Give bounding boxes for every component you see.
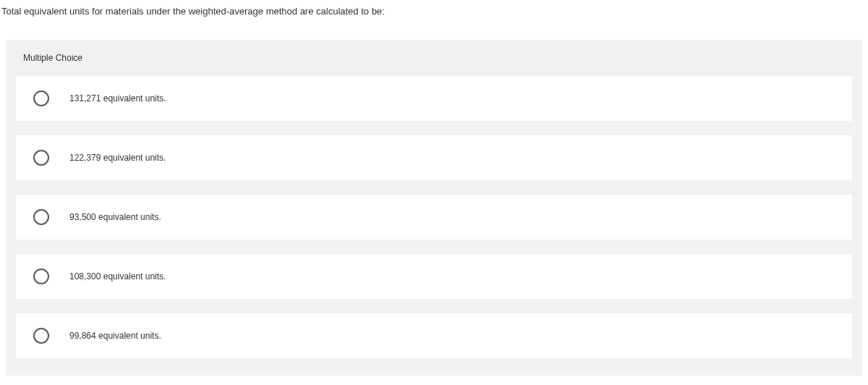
section-header: Multiple Choice — [6, 40, 862, 76]
option-label: 99,864 equivalent units. — [69, 331, 161, 341]
radio-icon[interactable] — [33, 328, 49, 344]
option-row[interactable]: 108,300 equivalent units. — [16, 254, 852, 299]
option-label: 131,271 equivalent units. — [69, 93, 166, 103]
radio-icon[interactable] — [33, 209, 49, 225]
question-text: Total equivalent units for materials und… — [0, 0, 868, 17]
option-row[interactable]: 122,379 equivalent units. — [16, 135, 852, 180]
option-label: 108,300 equivalent units. — [69, 271, 166, 282]
radio-icon[interactable] — [33, 150, 49, 166]
option-row[interactable]: 99,864 equivalent units. — [16, 313, 852, 358]
option-label: 122,379 equivalent units. — [69, 153, 166, 163]
radio-icon[interactable] — [33, 268, 49, 284]
multiple-choice-container: Multiple Choice 131,271 equivalent units… — [6, 40, 862, 376]
option-row[interactable]: 131,271 equivalent units. — [16, 76, 852, 121]
option-row[interactable]: 93,500 equivalent units. — [16, 195, 852, 240]
option-label: 93,500 equivalent units. — [69, 212, 161, 222]
options-wrap: 131,271 equivalent units. 122,379 equiva… — [6, 76, 862, 376]
radio-icon[interactable] — [33, 90, 49, 106]
